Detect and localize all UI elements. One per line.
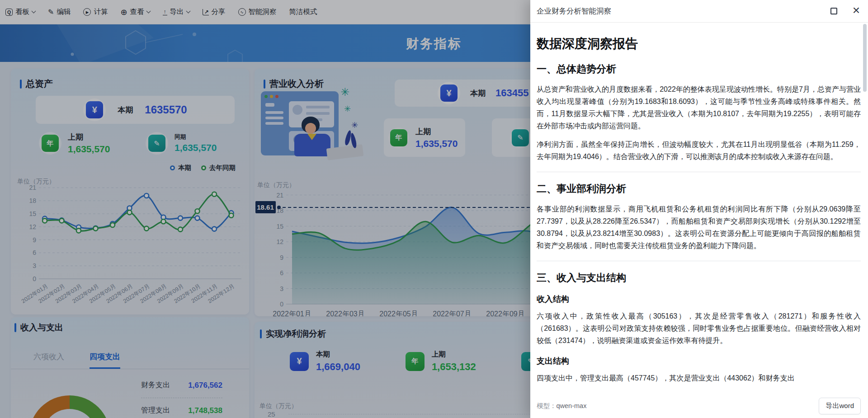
maximize-icon[interactable] — [830, 8, 837, 14]
close-icon[interactable]: × — [853, 4, 860, 17]
subsection-heading-expense: 支出结构 — [537, 356, 861, 366]
section-divider — [537, 172, 861, 172]
report-paragraph: 各事业部的利润数据显示，商用飞机租赁和公务机租赁的利润同比有所下降（分别从29.… — [537, 203, 861, 252]
insight-panel: 企业财务分析智能洞察 × 数据深度洞察报告 一、总体趋势分析 从总资产和营业收入… — [530, 0, 868, 418]
section-heading-3: 三、收入与支出结构 — [537, 271, 861, 285]
report-body: 数据深度洞察报告 一、总体趋势分析 从总资产和营业收入的月度数据来看，2022年… — [530, 23, 868, 393]
model-label: 模型： — [537, 402, 557, 409]
report-paragraph: 净利润方面，虽然全年保持正向增长，但波动幅度较大，尤其在11月出现明显低谷（本期… — [537, 138, 861, 163]
app-screen: Q 看板 ✎ 编辑 ▶ 计算 ⊕ 查看 ↑ 导出 ↗ 分享 ∿ 智能洞察 — [0, 0, 868, 418]
report-paragraph: 从总资产和营业收入的月度数据来看，2022年的整体表现呈现波动性增长。特别是7月… — [537, 83, 861, 132]
report-paragraph: 六项收入中，政策性收入最高（305163），其次是经营零售收入（281271）和… — [537, 310, 861, 347]
model-info: 模型：qwen-max — [537, 402, 586, 410]
panel-title: 企业财务分析智能洞察 — [537, 6, 830, 16]
export-word-button[interactable]: 导出word — [819, 398, 861, 414]
section-heading-1: 一、总体趋势分析 — [537, 62, 861, 76]
panel-footer: 模型：qwen-max 导出word — [530, 394, 868, 418]
subsection-heading-income: 收入结构 — [537, 294, 861, 305]
section-divider — [537, 261, 861, 261]
section-heading-2: 二、事业部利润分析 — [537, 182, 861, 196]
report-paragraph: 四项支出中，管理支出最高（457745），其次是营业支出（443062）和财务支… — [537, 372, 861, 384]
model-value: qwen-max — [557, 402, 587, 409]
report-title: 数据深度洞察报告 — [537, 35, 861, 52]
panel-header: 企业财务分析智能洞察 × — [530, 0, 868, 23]
scrollbar-thumb[interactable] — [863, 24, 867, 92]
